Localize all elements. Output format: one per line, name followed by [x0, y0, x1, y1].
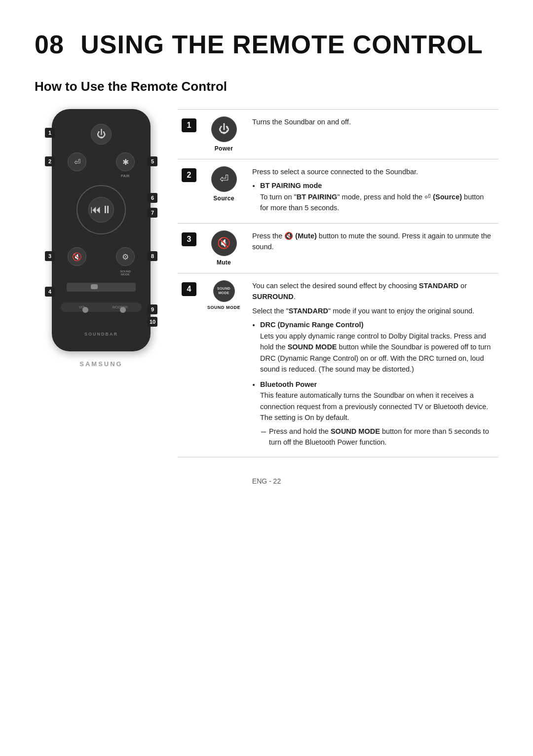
soundmode-icon: SOUND MODE [213, 280, 235, 302]
callout-10: 10 [148, 317, 157, 327]
source-icon-col: ⏎ Source [200, 159, 247, 223]
power-icon: ⏻ [211, 116, 237, 142]
row-num-4: 4 [178, 273, 200, 457]
mute-label: Mute [217, 259, 231, 266]
bluetooth-button[interactable]: ✱ PAIR [116, 152, 135, 171]
power-desc: Turns the Soundbar on and off. [247, 110, 498, 159]
soundmode-label: SOUND MODE [207, 305, 240, 310]
sound-mode-btn-label: SOUNDMODE [120, 270, 131, 276]
bt-label: PAIR [121, 174, 130, 178]
mute-desc: Press the 🔇 (Mute) button to mute the so… [247, 224, 498, 273]
mute-button[interactable]: 🔇 [68, 247, 86, 266]
source-desc: Press to select a source connected to th… [247, 159, 498, 223]
section-title: How to Use the Remote Control [35, 79, 498, 94]
power-icon-col: ⏻ Power [200, 110, 247, 159]
table-row-mute: 3 🔇 Mute Press the 🔇 (Mute) button to mu… [178, 224, 498, 273]
soundmode-desc: You can select the desired sound effect … [247, 273, 498, 457]
callout-2: 2 [45, 156, 55, 166]
sound-mode-slider [67, 283, 135, 292]
table-row-power: 1 ⏻ Power Turns the Soundbar on and off. [178, 110, 498, 159]
mute-icon-col: 🔇 Mute [200, 224, 247, 273]
row-num-2: 2 [178, 159, 200, 223]
center-ring: ⏮⏸ [76, 185, 126, 234]
power-label: Power [215, 145, 233, 152]
source-button[interactable]: ⏎ [68, 152, 86, 171]
soundmode-icon-col: SOUND MODE SOUND MODE [200, 273, 247, 457]
button-table: 1 ⏻ Power Turns the Soundbar on and off.… [178, 109, 498, 457]
callout-7: 7 [148, 208, 157, 218]
soundbar-label: SOUNDBAR [84, 332, 118, 337]
page-footer: ENG - 22 [35, 477, 498, 485]
table-row-soundmode: 4 SOUND MODE SOUND MODE You can select t… [178, 273, 498, 458]
content-area: 1 ⏻ 2 ⏎ 5 ✱ PAIR 6 7 [35, 109, 498, 457]
callout-5: 5 [148, 156, 157, 166]
callout-8: 8 [148, 251, 157, 261]
source-icon: ⏎ [211, 166, 237, 192]
source-label: Source [213, 195, 234, 202]
mute-icon: 🔇 [211, 230, 237, 256]
remote-body: 1 ⏻ 2 ⏎ 5 ✱ PAIR 6 7 [52, 109, 151, 351]
callout-9: 9 [148, 304, 157, 314]
remote-illustration: 1 ⏻ 2 ⏎ 5 ✱ PAIR 6 7 [35, 109, 168, 368]
play-pause-button[interactable]: ⏮⏸ [88, 197, 114, 223]
callout-1: 1 [45, 128, 55, 138]
table-row-source: 2 ⏎ Source Press to select a source conn… [178, 159, 498, 224]
settings-button[interactable]: ⚙ SOUNDMODE [116, 247, 135, 266]
samsung-brand: SAMSUNG [35, 360, 168, 368]
chapter-number: 08 [35, 30, 64, 59]
page-title: 08 USING THE REMOTE CONTROL [35, 30, 498, 59]
power-button[interactable]: ⏻ [91, 124, 112, 145]
row-num-3: 3 [178, 224, 200, 273]
row-num-1: 1 [178, 110, 200, 159]
callout-3: 3 [45, 251, 55, 261]
sliders-area: VOL WOOFER [61, 302, 142, 312]
callout-6: 6 [148, 193, 157, 203]
callout-4: 4 [45, 287, 55, 297]
title-text: USING THE REMOTE CONTROL [80, 30, 483, 59]
